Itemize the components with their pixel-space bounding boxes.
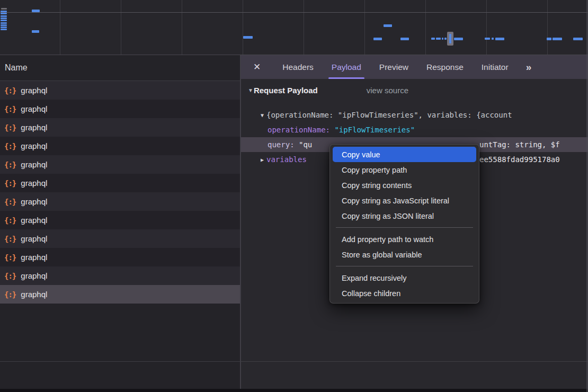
timeline-request-bar	[1, 17, 7, 19]
timeline-request-bar	[485, 38, 490, 40]
timeline-request-bar	[492, 38, 494, 40]
timeline-request-bar	[454, 38, 463, 40]
timeline-selected-request-bar	[449, 34, 451, 43]
devtools-network-panel: Name {:}graphql{:}graphql{:}graphql{:}gr…	[0, 0, 588, 392]
details-tab-bar: ✕ HeadersPayloadPreviewResponseInitiator…	[241, 55, 588, 79]
request-row[interactable]: {:}graphql	[0, 192, 240, 211]
json-braces-icon: {:}	[4, 142, 16, 150]
property-value-right: ee5588fdad995178a0	[479, 155, 560, 164]
request-row[interactable]: {:}graphql	[0, 211, 240, 229]
request-name-label: graphql	[21, 104, 47, 113]
json-braces-icon: {:}	[4, 198, 16, 206]
expanded-triangle-icon[interactable]: ▼	[258, 112, 266, 118]
timeline-request-bar	[436, 38, 441, 40]
timeline-gridline	[364, 0, 365, 55]
json-braces-icon: {:}	[4, 290, 16, 299]
close-icon[interactable]: ✕	[253, 61, 261, 73]
tab-initiator[interactable]: Initiator	[473, 55, 518, 79]
request-row[interactable]: {:}graphql	[0, 137, 240, 155]
request-row[interactable]: {:}graphql	[0, 229, 240, 248]
timeline-gridline	[121, 0, 121, 55]
request-list-panel: Name {:}graphql{:}graphql{:}graphql{:}gr…	[0, 55, 241, 389]
json-braces-icon: {:}	[4, 123, 16, 132]
timeline-gridline	[304, 0, 304, 55]
context-menu-item[interactable]: Add property path to watch	[333, 231, 476, 247]
request-list: {:}graphql{:}graphql{:}graphql{:}graphql…	[0, 81, 240, 304]
timeline-request-bar	[547, 38, 551, 40]
timeline-horizontal-line	[0, 12, 588, 13]
timeline-request-bar	[243, 36, 253, 39]
name-column-header[interactable]: Name	[0, 55, 240, 81]
section-title: Request Payload	[254, 86, 318, 95]
request-name-label: graphql	[21, 271, 47, 280]
footer-divider	[0, 361, 588, 362]
timeline-request-bar	[553, 38, 562, 40]
context-menu-item[interactable]: Copy property path	[333, 162, 476, 177]
request-name-label: graphql	[21, 160, 47, 169]
name-column-label: Name	[5, 63, 28, 73]
request-row[interactable]: {:}graphql	[0, 81, 240, 100]
request-name-label: graphql	[21, 179, 47, 188]
context-menu-item[interactable]: Store as global variable	[333, 247, 476, 262]
property-key: variables	[266, 155, 307, 164]
json-braces-icon: {:}	[4, 161, 16, 169]
timeline-request-bar	[384, 24, 392, 27]
collapsed-triangle-icon[interactable]: ▶	[258, 157, 266, 163]
timeline-gridline	[182, 0, 182, 55]
request-row[interactable]: {:}graphql	[0, 266, 240, 285]
json-braces-icon: {:}	[4, 179, 16, 188]
timeline-gridline	[486, 0, 487, 55]
request-row[interactable]: {:}graphql	[0, 174, 240, 192]
request-row[interactable]: {:}graphql	[0, 285, 240, 304]
payload-summary-row[interactable]: ▼ {operationName: "ipFlowTimeseries", va…	[241, 108, 588, 122]
timeline-request-bar	[1, 8, 7, 10]
timeline-request-bar	[495, 38, 504, 40]
timeline-request-bar	[1, 22, 7, 24]
request-name-label: graphql	[21, 253, 47, 262]
more-tabs-chevron-icon[interactable]: »	[526, 61, 531, 73]
collapse-triangle-icon[interactable]: ▼	[248, 87, 253, 93]
request-row[interactable]: {:}graphql	[0, 248, 240, 266]
timeline-request-bar	[400, 38, 409, 40]
tab-payload[interactable]: Payload	[323, 55, 370, 79]
timeline-request-bar	[444, 38, 447, 40]
timeline-request-bar	[573, 38, 583, 40]
timeline-request-bar	[32, 10, 40, 12]
request-name-label: graphql	[21, 290, 47, 299]
timeline-gridline	[243, 0, 243, 55]
timeline-gridline	[60, 0, 60, 55]
json-braces-icon: {:}	[4, 86, 16, 95]
context-menu-item[interactable]: Expand recursively	[333, 270, 476, 286]
timeline-request-bar	[431, 38, 435, 40]
request-name-label: graphql	[21, 141, 47, 150]
timeline-request-bar	[1, 29, 7, 30]
json-braces-icon: {:}	[4, 253, 16, 262]
context-menu: Copy valueCopy property pathCopy string …	[329, 144, 479, 304]
json-braces-icon: {:}	[4, 216, 16, 225]
property-value-left: "qu	[299, 140, 312, 149]
menu-separator	[336, 227, 473, 228]
request-row[interactable]: {:}graphql	[0, 155, 240, 174]
request-payload-section-header[interactable]: ▼ Request Payload view source	[248, 86, 408, 95]
json-braces-icon: {:}	[4, 235, 16, 243]
timeline-gridline	[425, 0, 426, 55]
context-menu-item[interactable]: Copy string as JSON literal	[333, 208, 476, 224]
tab-preview[interactable]: Preview	[370, 55, 417, 79]
context-menu-item[interactable]: Copy value	[333, 147, 476, 162]
tab-headers[interactable]: Headers	[273, 55, 323, 79]
operation-name-row[interactable]: operationName: "ipFlowTimeseries"	[241, 122, 588, 137]
request-row[interactable]: {:}graphql	[0, 100, 240, 118]
network-overview-timeline[interactable]	[0, 0, 588, 55]
request-row[interactable]: {:}graphql	[0, 118, 240, 137]
context-menu-item[interactable]: Collapse children	[333, 286, 476, 301]
property-key: operationName:	[268, 126, 334, 134]
request-name-label: graphql	[21, 86, 47, 95]
view-source-link[interactable]: view source	[367, 86, 408, 95]
tab-response[interactable]: Response	[417, 55, 473, 79]
timeline-request-bar	[442, 38, 443, 40]
context-menu-item[interactable]: Copy string contents	[333, 177, 476, 193]
context-menu-item[interactable]: Copy string as JavaScript literal	[333, 193, 476, 208]
request-name-label: graphql	[21, 234, 47, 243]
timeline-request-bar	[1, 13, 7, 14]
timeline-request-bar	[1, 24, 7, 26]
